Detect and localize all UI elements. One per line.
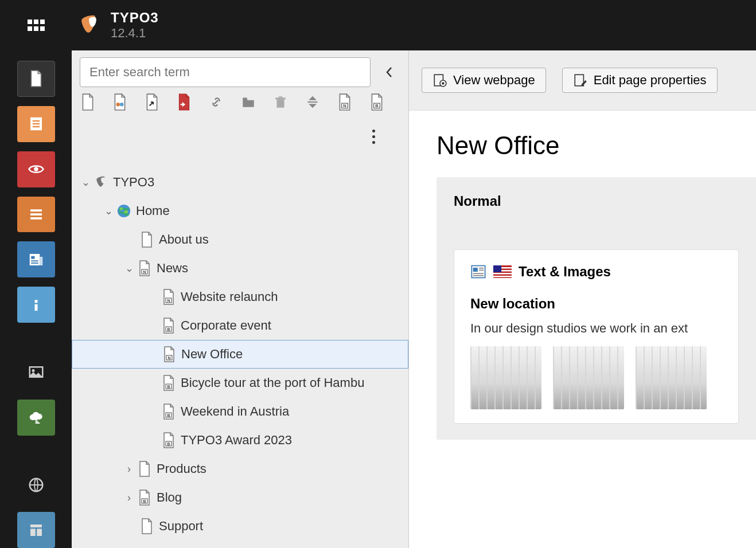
tree-support[interactable]: Support — [72, 512, 408, 541]
page-shortcut-icon[interactable] — [144, 94, 160, 110]
svg-rect-26 — [30, 529, 36, 536]
svg-rect-43 — [473, 275, 484, 276]
tree-label: Corporate event — [181, 318, 271, 333]
svg-point-11 — [34, 167, 38, 171]
module-page[interactable] — [17, 61, 55, 97]
app-version: 12.4.1 — [111, 26, 159, 41]
tree-blog[interactable]: › Blog — [72, 483, 408, 512]
ce-image-thumb[interactable] — [470, 346, 541, 409]
chevron-down-icon[interactable]: ⌄ — [103, 205, 114, 217]
tree-news-child[interactable]: Weekend in Austria — [72, 397, 408, 426]
module-news[interactable] — [17, 241, 55, 277]
page-icon — [139, 232, 154, 247]
app-name: TYPO3 — [111, 10, 159, 26]
tree-label: News — [157, 261, 188, 276]
module-list-active[interactable] — [17, 106, 55, 142]
page-b-icon — [161, 433, 176, 448]
tree-news-child[interactable]: Corporate event — [72, 311, 408, 340]
svg-point-29 — [120, 103, 123, 106]
tree-home[interactable]: ⌄ Home — [72, 197, 408, 225]
divider-icon[interactable] — [305, 94, 321, 110]
page-mount-icon[interactable] — [176, 94, 192, 110]
module-content[interactable] — [17, 197, 55, 233]
tree-news-child-selected[interactable]: New Office — [72, 340, 408, 369]
ce-text: In our design studios we work in an ext — [470, 321, 722, 336]
content-action-bar: View webpage Edit page properties — [409, 50, 756, 111]
svg-rect-31 — [277, 100, 285, 108]
tree-products[interactable]: › Products — [72, 455, 408, 483]
module-sidebar — [0, 50, 72, 548]
tree-root[interactable]: ⌄ TYPO3 — [72, 168, 408, 197]
ce-type-label: Text & Images — [519, 264, 611, 280]
module-template[interactable] — [17, 512, 55, 548]
page-b-icon — [161, 404, 176, 419]
tree-label: Weekend in Austria — [181, 404, 289, 419]
page-icon — [137, 461, 152, 476]
svg-rect-16 — [40, 257, 42, 265]
svg-rect-8 — [32, 120, 40, 122]
page-tree: ⌄ TYPO3 ⌄ Home About us ⌄ News — [72, 151, 408, 541]
page-b-icon — [161, 375, 176, 390]
tree-label: Bicycle tour at the port of Hambu — [181, 375, 364, 390]
tree-news-child[interactable]: Website relaunch — [72, 283, 408, 311]
chevron-right-icon[interactable]: › — [123, 463, 135, 475]
page-n-icon — [161, 289, 176, 304]
button-label: View webpage — [453, 73, 535, 88]
view-webpage-button[interactable]: View webpage — [422, 68, 546, 93]
svg-rect-33 — [279, 96, 283, 97]
typo3-root-icon — [93, 175, 108, 190]
svg-rect-21 — [34, 304, 37, 310]
svg-point-36 — [442, 82, 444, 84]
content-pane: View webpage Edit page properties New Of… — [409, 50, 756, 548]
content-element[interactable]: Text & Images New location In our design… — [454, 249, 739, 424]
page-b-icon — [161, 318, 176, 333]
more-actions-button[interactable] — [80, 126, 400, 144]
doc-n-icon[interactable] — [337, 94, 353, 110]
page-users-icon[interactable] — [112, 94, 128, 110]
typo3-logo-icon — [77, 14, 100, 37]
svg-rect-25 — [30, 524, 42, 527]
tree-label: Products — [157, 461, 206, 476]
tree-news[interactable]: ⌄ News — [72, 254, 408, 283]
app-launcher-button[interactable] — [0, 19, 72, 31]
svg-rect-14 — [30, 217, 42, 220]
svg-rect-39 — [473, 268, 478, 272]
tree-label: Home — [136, 203, 170, 218]
svg-point-23 — [32, 369, 34, 372]
edit-icon — [573, 73, 588, 88]
folder-icon[interactable] — [240, 94, 256, 110]
grid-icon — [28, 19, 45, 31]
module-sites[interactable] — [17, 467, 55, 503]
doc-b-icon[interactable] — [369, 94, 385, 110]
ce-heading: New location — [470, 296, 722, 312]
collapse-tree-button[interactable] — [377, 61, 400, 84]
module-info[interactable] — [17, 287, 55, 323]
textpic-icon — [470, 264, 486, 280]
svg-rect-41 — [479, 270, 484, 271]
trash-icon[interactable] — [272, 94, 289, 110]
tree-news-child[interactable]: TYPO3 Award 2023 — [72, 426, 408, 455]
svg-rect-19 — [31, 263, 38, 264]
svg-rect-47 — [493, 273, 512, 275]
tree-news-child[interactable]: Bicycle tour at the port of Hambu — [72, 369, 408, 397]
module-view[interactable] — [17, 151, 55, 187]
search-input[interactable] — [80, 57, 371, 87]
page-tree-pane: ⌄ TYPO3 ⌄ Home About us ⌄ News — [72, 50, 409, 548]
svg-rect-13 — [30, 213, 42, 216]
ce-image-thumb[interactable] — [636, 346, 707, 409]
globe-icon — [116, 203, 131, 218]
ce-image-thumb[interactable] — [553, 346, 624, 409]
module-media[interactable] — [17, 354, 55, 390]
tree-label: About us — [159, 232, 209, 247]
chevron-down-icon[interactable]: ⌄ — [123, 262, 135, 275]
new-page-icon[interactable] — [80, 94, 96, 110]
top-bar: TYPO3 12.4.1 — [0, 0, 756, 50]
module-cloud[interactable] — [17, 400, 55, 436]
link-icon[interactable] — [208, 94, 224, 110]
tree-about[interactable]: About us — [72, 225, 408, 254]
button-label: Edit page properties — [594, 73, 707, 88]
chevron-down-icon[interactable]: ⌄ — [80, 176, 91, 189]
chevron-right-icon[interactable]: › — [123, 492, 135, 504]
edit-page-button[interactable]: Edit page properties — [562, 68, 718, 93]
tree-label: Support — [159, 519, 203, 534]
